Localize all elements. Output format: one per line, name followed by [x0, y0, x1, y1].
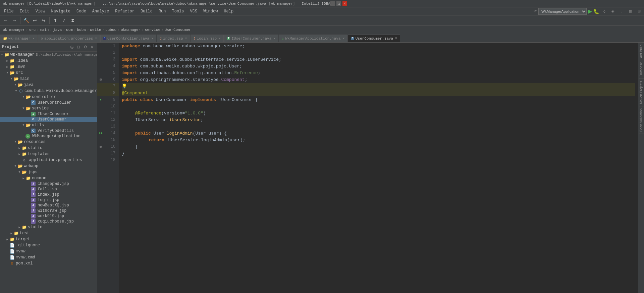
- bc-service[interactable]: service: [145, 28, 160, 32]
- tab-close-login-jsp[interactable]: ×: [219, 37, 221, 41]
- tree-node-changepwd[interactable]: ▶ J changepwd.jsp: [0, 181, 97, 187]
- menu-build[interactable]: Build: [138, 8, 155, 14]
- tree-node-resources[interactable]: ▼ 📂 resources: [0, 139, 97, 145]
- back-button[interactable]: ←: [2, 17, 9, 24]
- redo-button[interactable]: ↪: [40, 17, 47, 24]
- tree-node-login-jsp[interactable]: ▶ J login.jsp: [0, 197, 97, 203]
- tab-close-wkmanagerapplication[interactable]: ×: [342, 37, 344, 41]
- bc-main[interactable]: main: [40, 28, 49, 32]
- tree-node-java[interactable]: ▼ 📂 java: [0, 82, 97, 88]
- tree-node-usercontroller[interactable]: ▶ C userController: [0, 100, 97, 105]
- tree-node-index-jsp[interactable]: ▶ J index.jsp: [0, 192, 97, 197]
- tree-node-static[interactable]: ▶ 📁 static: [0, 145, 97, 151]
- tree-node-utils[interactable]: ▼ 📂 utils: [0, 122, 97, 128]
- bc-userconsumer[interactable]: UserConsumer: [165, 28, 191, 32]
- maven-projects-button[interactable]: Maven Projects: [639, 79, 644, 106]
- menu-edit[interactable]: Edit: [17, 8, 32, 14]
- tree-node-newbestxq-jsp[interactable]: ▶ J newBestXQ.jsp: [0, 203, 97, 208]
- menu-tools[interactable]: Tools: [169, 8, 187, 14]
- menu-vcs[interactable]: VCS: [187, 8, 200, 14]
- tree-node-idea[interactable]: ▶ 📁 .idea: [0, 58, 97, 64]
- menu-navigate[interactable]: Navigate: [48, 8, 73, 14]
- tab-iuserconsumer[interactable]: I IUserConsumer.java ×: [224, 35, 278, 42]
- tree-node-iuserconsumer[interactable]: ▶ I IUserConsumer: [0, 111, 97, 117]
- more-run-button[interactable]: ⋮: [618, 8, 625, 15]
- bean-validation-button[interactable]: Bean Validation: [639, 106, 644, 134]
- profile-button[interactable]: ◈: [609, 8, 616, 15]
- sidebar-locate-button[interactable]: ◎: [69, 44, 75, 50]
- tree-node-work919-jsp[interactable]: ▶ J work919.jsp: [0, 213, 97, 219]
- tree-node-pom-xml[interactable]: ▶ ⊞ pom.xml: [0, 260, 97, 266]
- menu-window[interactable]: Window: [201, 8, 220, 14]
- tree-node-gitignore[interactable]: ▶ 📄 .gitignore: [0, 242, 97, 248]
- forward-button[interactable]: →: [11, 17, 18, 24]
- bc-src[interactable]: src: [29, 28, 36, 32]
- extra-button1[interactable]: ▦: [627, 8, 634, 15]
- tree-node-fail-jsp[interactable]: ▶ J fail.jsp: [0, 187, 97, 192]
- tab-application-properties[interactable]: ⚙ application.properties ×: [38, 35, 100, 42]
- tree-node-common[interactable]: ▶ 📁 common: [0, 175, 97, 181]
- bc-com[interactable]: com: [66, 28, 73, 32]
- tab-close-wk-manager[interactable]: ×: [33, 37, 35, 41]
- vcs-update-button[interactable]: ⬆: [52, 17, 59, 24]
- menu-help[interactable]: Help: [221, 8, 236, 14]
- maximize-button[interactable]: □: [336, 1, 341, 6]
- menu-refactor[interactable]: Refactor: [112, 8, 137, 14]
- tab-close-iuserconsumer[interactable]: ×: [273, 37, 275, 41]
- tree-node-service[interactable]: ▼ 📂 service: [0, 105, 97, 111]
- menu-view[interactable]: View: [33, 8, 48, 14]
- run-button[interactable]: ▶: [588, 8, 592, 14]
- tree-node-userconsumer[interactable]: ▶ C UserConsumer: [0, 117, 97, 122]
- tree-node-webapp[interactable]: ▼ 📂 webapp: [0, 163, 97, 169]
- tab-wk-manager[interactable]: 📁 wk-manager ×: [0, 35, 38, 42]
- tree-node-jsps[interactable]: ▼ 📂 jsps: [0, 169, 97, 175]
- bc-wkmanager[interactable]: wkmanager: [121, 28, 141, 32]
- run-config-dropdown[interactable]: WkManagerApplication: [538, 8, 587, 15]
- tree-node-mvnw-cmd[interactable]: ▶ 📄 mvnw.cmd: [0, 254, 97, 260]
- tab-close-userconsumer[interactable]: ×: [395, 37, 397, 40]
- tree-node-webapp-static[interactable]: ▶ 📁 static: [0, 224, 97, 230]
- coverage-button[interactable]: ⧬: [600, 8, 608, 15]
- tree-node-verifycodeutils[interactable]: ▶ C VerifyCodeUtils: [0, 128, 97, 134]
- window-controls[interactable]: — □ ✕: [330, 1, 347, 6]
- menu-code[interactable]: Code: [74, 8, 89, 14]
- tab-close-index-jsp[interactable]: ×: [185, 37, 187, 41]
- tree-node-withdraw-jsp[interactable]: ▶ J withdraw.jsp: [0, 208, 97, 213]
- debug-button[interactable]: 🐛: [593, 9, 599, 14]
- tree-node-test[interactable]: ▶ 📁 test: [0, 230, 97, 236]
- tab-login-jsp[interactable]: J login.jsp ×: [191, 35, 224, 42]
- bc-wk-manager[interactable]: wk-manager: [3, 28, 25, 32]
- menu-run[interactable]: Run: [156, 8, 169, 14]
- tree-node-src[interactable]: ▼ 📂 src: [0, 70, 97, 76]
- bc-weike[interactable]: weike: [90, 28, 101, 32]
- tree-node-controller[interactable]: ▼ 📂 controller: [0, 94, 97, 100]
- tree-node-mvn[interactable]: ▶ 📁 .mvn: [0, 64, 97, 70]
- ant-build-button[interactable]: Ant Build: [639, 43, 644, 60]
- vcs-history-button[interactable]: ⧗: [69, 17, 76, 24]
- bc-java[interactable]: java: [53, 28, 62, 32]
- tab-wkmanagerapplication[interactable]: ☕ WkManagerApplication.java ×: [279, 35, 347, 42]
- build-button[interactable]: 🔨: [22, 17, 30, 24]
- tree-node-root[interactable]: ▼ 📁 wk-manager D:\idealU\ideaWork\wk-man…: [0, 52, 97, 58]
- tree-node-wkmanagerapplication[interactable]: ▶ ☕ WkManagerApplication: [0, 134, 97, 139]
- close-button[interactable]: ✕: [342, 1, 347, 6]
- tree-node-mvnw[interactable]: ▶ 📄 mvnw: [0, 248, 97, 254]
- tab-usercontroller[interactable]: C userController.java ×: [100, 35, 156, 42]
- vcs-commit-button[interactable]: ✓: [60, 17, 68, 24]
- extra-button2[interactable]: ⊞: [635, 8, 643, 15]
- tab-close-usercontroller[interactable]: ×: [151, 37, 153, 41]
- tab-close-application-properties[interactable]: ×: [95, 37, 97, 41]
- tab-index-jsp[interactable]: J index.jsp ×: [157, 35, 190, 42]
- tree-node-app-properties[interactable]: ▶ ⚙ application.properties: [0, 157, 97, 163]
- bc-duboo[interactable]: duboo: [105, 28, 116, 32]
- minimize-button[interactable]: —: [330, 1, 335, 6]
- tree-node-target[interactable]: ▶ 📁 target: [0, 236, 97, 242]
- tree-node-templates[interactable]: ▶ 📁 templates: [0, 151, 97, 157]
- bc-buba[interactable]: buba: [77, 28, 86, 32]
- tree-node-main[interactable]: ▼ 📂 main: [0, 76, 97, 82]
- code-content[interactable]: package com.buba.weike.duboo.wkmanager.s…: [119, 43, 638, 293]
- tree-node-xuqiuchoose-jsp[interactable]: ▶ J xuqiuchoose.jsp: [0, 219, 97, 224]
- sidebar-settings-button[interactable]: ⚙: [82, 44, 88, 50]
- menu-analyze[interactable]: Analyze: [90, 8, 112, 14]
- sidebar-collapse-button[interactable]: ⊟: [75, 44, 82, 50]
